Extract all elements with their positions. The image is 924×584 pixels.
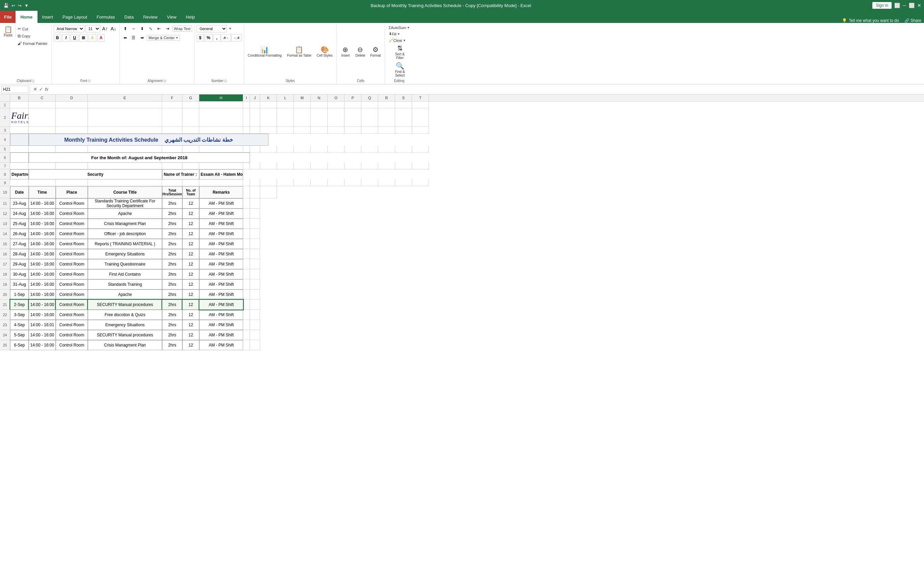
minimize-icon[interactable]: ─ <box>903 3 906 8</box>
cell-h3[interactable] <box>199 127 243 133</box>
col-header-m[interactable]: M <box>294 94 311 101</box>
row-num-24[interactable]: 24 <box>0 330 10 340</box>
cell-d9[interactable] <box>56 179 88 186</box>
redo-icon[interactable]: ↪ <box>18 3 21 8</box>
cell-c20[interactable]: 14:00 - 16:00 <box>29 290 56 299</box>
cell-c6-month[interactable]: For the Month of: August and September 2… <box>29 153 250 163</box>
cell-e11[interactable]: Standards Training Certificate For Secur… <box>88 198 162 209</box>
cell-g19[interactable]: 12 <box>182 280 199 290</box>
cell-f18[interactable]: 2hrs <box>162 269 182 280</box>
number-format-arrow[interactable]: ▼ <box>229 27 232 30</box>
cell-k2[interactable] <box>260 108 277 127</box>
cell-c23[interactable]: 14:00 - 16:01 <box>29 320 56 330</box>
cell-h23[interactable]: AM - PM Shift <box>199 320 243 330</box>
row-num-11[interactable]: 11 <box>0 198 10 209</box>
cell-r9[interactable] <box>378 179 395 186</box>
cell-i3[interactable] <box>243 127 250 133</box>
cell-r7[interactable] <box>378 163 395 169</box>
cell-k1[interactable] <box>260 102 277 108</box>
cell-d14[interactable]: Control Room <box>56 229 88 239</box>
cell-t9[interactable] <box>412 179 429 186</box>
row-num-1[interactable]: 1 <box>0 102 10 108</box>
cell-j25[interactable] <box>250 340 260 350</box>
cell-m5[interactable] <box>294 146 311 153</box>
cell-g15[interactable]: 12 <box>182 239 199 249</box>
indent-increase-btn[interactable]: ⇥ <box>164 25 171 32</box>
cell-d10-place-header[interactable]: Place <box>56 186 88 198</box>
cell-j24[interactable] <box>250 330 260 340</box>
font-size-select[interactable]: 11 <box>86 25 100 32</box>
tab-insert[interactable]: Insert <box>38 11 58 23</box>
autosum-arrow[interactable]: ▼ <box>407 26 410 30</box>
decrease-decimal-btn[interactable]: ←.0 <box>231 34 242 41</box>
cell-f2[interactable] <box>162 108 182 127</box>
border-button[interactable]: ⊞ <box>79 34 87 41</box>
cell-l5[interactable] <box>277 146 294 153</box>
cell-s9[interactable] <box>395 179 412 186</box>
cell-r5[interactable] <box>378 146 395 153</box>
cell-l7[interactable] <box>277 163 294 169</box>
cell-i10[interactable] <box>243 186 250 198</box>
cell-i20[interactable] <box>243 290 250 299</box>
cell-f19[interactable]: 2hrs <box>162 280 182 290</box>
cell-g12[interactable]: 12 <box>182 209 199 219</box>
fill-arrow[interactable]: ▼ <box>397 32 400 36</box>
formula-input[interactable]: AM - PM Shift <box>50 86 922 92</box>
cell-g2[interactable] <box>182 108 199 127</box>
cell-j3[interactable] <box>250 127 260 133</box>
fill-button[interactable]: ⬇ Fill ▼ <box>387 31 402 37</box>
col-header-q[interactable]: Q <box>361 94 378 101</box>
cell-f11[interactable]: 2hrs <box>162 198 182 209</box>
cell-b18[interactable]: 30-Aug <box>10 269 29 280</box>
restore-icon[interactable]: ⬜ <box>894 3 900 8</box>
cell-h16[interactable]: AM - PM Shift <box>199 249 243 259</box>
tab-home[interactable]: Home <box>15 11 37 23</box>
cell-f23[interactable]: 2hrs <box>162 320 182 330</box>
cell-h17[interactable]: AM - PM Shift <box>199 259 243 269</box>
cell-j14[interactable] <box>250 229 260 239</box>
cell-e5[interactable] <box>88 146 162 153</box>
cell-c25[interactable]: 14:00 - 16:00 <box>29 340 56 350</box>
row-num-19[interactable]: 19 <box>0 280 10 290</box>
format-painter-button[interactable]: 🖌 Format Painter <box>16 40 49 46</box>
name-box[interactable]: H21 <box>2 86 28 93</box>
cell-e12[interactable]: Apache <box>88 209 162 219</box>
cell-h24[interactable]: AM - PM Shift <box>199 330 243 340</box>
cell-s5[interactable] <box>395 146 412 153</box>
cell-e15[interactable]: Reports ( TRAINING MATERIAL ) <box>88 239 162 249</box>
cell-h20[interactable]: AM - PM Shift <box>199 290 243 299</box>
cell-b20[interactable]: 1-Sep <box>10 290 29 299</box>
cell-f21[interactable]: 2hrs <box>162 299 182 310</box>
cell-c18[interactable]: 14:00 - 16:00 <box>29 269 56 280</box>
cell-g25[interactable]: 12 <box>182 340 199 350</box>
row-num-12[interactable]: 12 <box>0 209 10 219</box>
wrap-text-button[interactable]: Wrap Text <box>172 26 192 32</box>
col-header-b[interactable]: B <box>10 94 29 101</box>
cell-q5[interactable] <box>361 146 378 153</box>
cell-e24[interactable]: SECURITY Manual procedures <box>88 330 162 340</box>
cell-k5[interactable] <box>260 146 277 153</box>
cell-b7[interactable] <box>10 163 29 169</box>
cell-j12[interactable] <box>250 209 260 219</box>
alignment-expand-icon[interactable]: ⬡ <box>163 79 166 83</box>
cell-f15[interactable]: 2hrs <box>162 239 182 249</box>
cell-e18[interactable]: First Aid Contains <box>88 269 162 280</box>
cell-i22[interactable] <box>243 310 250 320</box>
bold-button[interactable]: B <box>54 34 61 41</box>
cell-i21[interactable] <box>243 299 250 310</box>
cell-c4-title[interactable]: Monthly Training Activities Schedule خطة… <box>29 133 269 146</box>
col-header-h[interactable]: H <box>199 94 243 101</box>
sort-filter-button[interactable]: ⇅ Sort &Filter <box>393 44 407 61</box>
cell-f5[interactable] <box>162 146 182 153</box>
cell-d3[interactable] <box>56 127 88 133</box>
align-left-btn[interactable]: ⬅ <box>122 34 129 41</box>
cell-c15[interactable]: 14:00 - 16:00 <box>29 239 56 249</box>
cell-d1[interactable] <box>56 102 88 108</box>
cell-c7[interactable] <box>29 163 56 169</box>
col-header-p[interactable]: P <box>345 94 361 101</box>
paste-button[interactable]: 📋 Paste <box>2 25 15 38</box>
cell-c14[interactable]: 14:00 - 16:00 <box>29 229 56 239</box>
format-button[interactable]: ⚙ Format <box>368 45 383 58</box>
cell-h2[interactable] <box>199 108 243 127</box>
cell-f7[interactable] <box>162 163 182 169</box>
